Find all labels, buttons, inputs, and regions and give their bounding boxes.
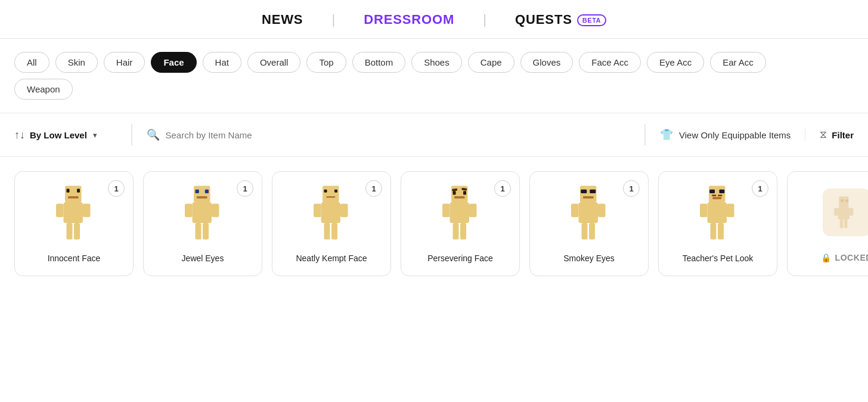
svg-rect-31: [463, 191, 466, 194]
sort-caret-icon[interactable]: ▾: [93, 131, 97, 140]
equippable-section[interactable]: 👕 View Only Equippable Items: [646, 128, 805, 141]
locked-label: 🔒 LOCKED: [821, 253, 868, 262]
svg-rect-39: [581, 190, 587, 193]
svg-rect-64: [840, 219, 844, 228]
nav-dressroom[interactable]: DRESSROOM: [335, 12, 483, 27]
search-input[interactable]: [166, 130, 631, 140]
svg-rect-43: [571, 204, 579, 218]
svg-rect-10: [196, 190, 199, 193]
svg-rect-58: [839, 197, 848, 208]
svg-rect-51: [718, 195, 723, 197]
category-face-acc[interactable]: Face Acc: [579, 52, 641, 73]
category-ear-acc[interactable]: Ear Acc: [710, 52, 766, 73]
svg-rect-40: [590, 190, 596, 193]
svg-rect-6: [83, 204, 91, 218]
svg-rect-56: [711, 223, 717, 240]
svg-rect-60: [845, 199, 848, 202]
item-image: [559, 181, 619, 247]
svg-rect-38: [580, 186, 597, 203]
item-name: Innocent Face: [48, 253, 101, 265]
search-section: 🔍: [132, 128, 645, 141]
category-row-1: All Skin Hair Face Hat Overall Top Botto…: [14, 52, 854, 73]
item-card-neatly-kempt[interactable]: 1 Neatly Kempt Face: [272, 171, 391, 276]
level-badge: 1: [623, 180, 640, 197]
locked-icon-area: [823, 188, 868, 236]
svg-rect-59: [841, 199, 844, 202]
nav-quests[interactable]: QUESTSBETA: [486, 12, 635, 27]
item-card-innocent-face[interactable]: 1 Innocent Face: [14, 171, 134, 276]
svg-rect-36: [453, 223, 459, 240]
category-weapon[interactable]: Weapon: [14, 79, 73, 100]
item-card-persevering-face[interactable]: 1 Persevering Face: [401, 171, 520, 276]
level-badge: 1: [237, 180, 253, 197]
svg-rect-37: [460, 223, 466, 240]
category-hair[interactable]: Hair: [104, 52, 145, 73]
svg-rect-4: [64, 202, 83, 223]
svg-rect-41: [583, 196, 594, 199]
category-top[interactable]: Top: [306, 52, 346, 73]
beta-badge: BETA: [577, 14, 606, 26]
category-eye-acc[interactable]: Eye Acc: [647, 52, 704, 73]
svg-rect-7: [67, 223, 73, 240]
svg-rect-14: [185, 204, 193, 218]
svg-rect-32: [454, 196, 465, 199]
svg-rect-12: [197, 196, 207, 199]
sort-section[interactable]: ↑↓ By Low Level ▾: [0, 129, 131, 141]
category-bottom[interactable]: Bottom: [352, 52, 406, 73]
level-badge: 1: [365, 180, 382, 197]
category-face[interactable]: Face: [151, 52, 196, 73]
svg-rect-17: [203, 223, 209, 240]
svg-rect-16: [196, 223, 202, 240]
svg-rect-20: [334, 190, 337, 193]
svg-rect-35: [469, 204, 477, 218]
item-image: [173, 181, 232, 247]
svg-rect-54: [700, 204, 708, 218]
toolbar: ↑↓ By Low Level ▾ 🔍 👕 View Only Equippab…: [0, 113, 868, 157]
lock-icon: 🔒: [821, 253, 832, 262]
svg-rect-21: [326, 196, 335, 198]
category-hat[interactable]: Hat: [203, 52, 241, 73]
svg-rect-50: [712, 195, 717, 197]
svg-rect-0: [65, 186, 82, 203]
svg-rect-42: [579, 202, 599, 223]
svg-rect-45: [582, 223, 588, 240]
sort-label[interactable]: By Low Level: [30, 130, 87, 140]
category-all[interactable]: All: [14, 52, 49, 73]
svg-rect-33: [450, 202, 470, 223]
item-image: [688, 181, 748, 247]
category-row-2: Weapon: [14, 79, 854, 102]
item-name: Persevering Face: [427, 253, 493, 265]
svg-rect-23: [314, 204, 321, 218]
equippable-icon: 👕: [660, 128, 673, 141]
item-card-locked[interactable]: 2 🔒 LOCKED: [787, 171, 868, 276]
item-card-teachers-pet[interactable]: 1 Teacher's Pet Look: [658, 171, 777, 276]
category-shoes[interactable]: Shoes: [411, 52, 462, 73]
svg-rect-19: [324, 190, 327, 193]
svg-rect-5: [56, 204, 64, 218]
item-name: Jewel Eyes: [182, 253, 224, 265]
nav-news[interactable]: NEWS: [233, 12, 332, 27]
svg-rect-18: [323, 186, 339, 203]
svg-rect-2: [77, 189, 80, 193]
locked-text: LOCKED: [835, 253, 868, 262]
svg-rect-34: [442, 204, 450, 218]
item-card-smokey-eyes[interactable]: 1 Smokey Eyes: [529, 171, 649, 276]
filter-section[interactable]: ⧖ Filter: [805, 129, 868, 141]
item-name: Neatly Kempt Face: [296, 253, 367, 265]
svg-rect-26: [331, 223, 337, 240]
filter-label: Filter: [832, 130, 854, 140]
svg-rect-13: [193, 202, 212, 223]
svg-rect-22: [321, 202, 341, 223]
svg-rect-44: [598, 204, 606, 218]
svg-rect-15: [212, 204, 219, 218]
filter-icon: ⧖: [820, 129, 827, 141]
svg-rect-63: [850, 208, 853, 216]
category-section: All Skin Hair Face Hat Overall Top Botto…: [0, 39, 868, 102]
category-skin[interactable]: Skin: [55, 52, 98, 73]
category-gloves[interactable]: Gloves: [520, 52, 574, 73]
category-overall[interactable]: Overall: [247, 52, 301, 73]
item-card-jewel-eyes[interactable]: 1 Jewel Eyes: [143, 171, 262, 276]
svg-rect-3: [68, 196, 79, 199]
category-cape[interactable]: Cape: [468, 52, 514, 73]
svg-rect-55: [727, 204, 734, 218]
